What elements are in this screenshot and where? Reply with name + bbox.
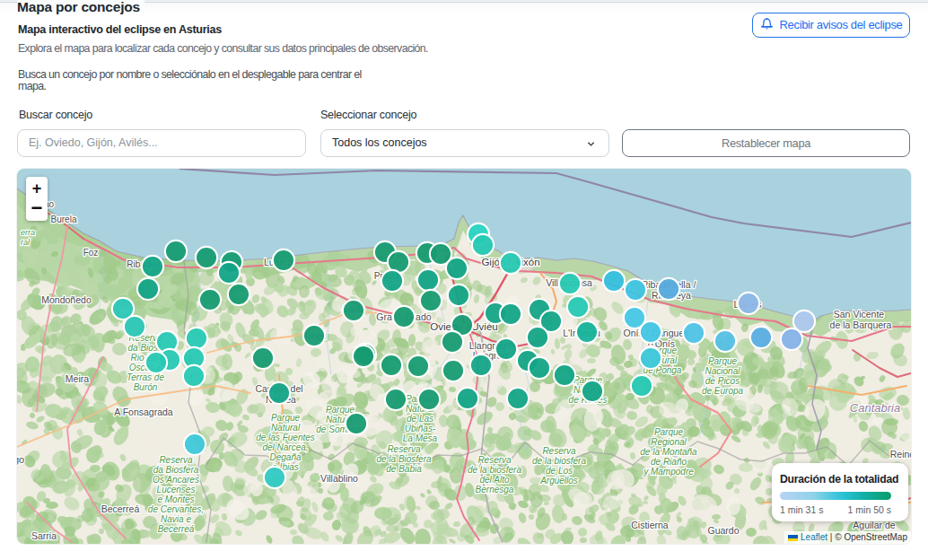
svg-text:de Europa: de Europa: [702, 386, 744, 396]
svg-text:Reserva: Reserva: [387, 444, 421, 454]
svg-text:Becerreá: Becerreá: [158, 524, 195, 534]
svg-text:Cantabria: Cantabria: [850, 401, 900, 415]
svg-text:de la biosfera: de la biosfera: [532, 456, 586, 466]
svg-text:Parque: Parque: [654, 427, 684, 437]
svg-text:Becerreá: Becerreá: [101, 503, 140, 514]
svg-text:Reinosa: Reinosa: [890, 449, 911, 459]
svg-text:de la biosfera: de la biosfera: [468, 465, 521, 475]
svg-text:de Riaño: de Riaño: [651, 457, 687, 467]
svg-text:y Mampodre: y Mampodre: [643, 467, 694, 477]
svg-text:Burela: Burela: [51, 214, 77, 224]
svg-text:de Babia: de Babia: [386, 464, 422, 474]
svg-text:Parque: Parque: [708, 356, 738, 366]
svg-text:de Picos: de Picos: [705, 376, 740, 386]
svg-text:Villablino: Villablino: [320, 473, 358, 484]
svg-text:de la Montaña: de la Montaña: [640, 447, 697, 457]
svg-text:Parque: Parque: [271, 413, 301, 423]
svg-text:de la Barquera: de la Barquera: [830, 319, 892, 330]
svg-text:Reserva: Reserva: [477, 455, 512, 465]
svg-text:da Biosfera: da Biosfera: [153, 465, 199, 475]
svg-text:Lucenses: Lucenses: [157, 485, 196, 494]
svg-text:erra: erra: [21, 228, 35, 237]
svg-text:de las Fuentes: de las Fuentes: [256, 433, 315, 442]
svg-text:Reserva: Reserva: [159, 455, 193, 465]
svg-text:Navia e: Navia e: [161, 514, 191, 524]
svg-text:ral: ral: [21, 238, 31, 247]
svg-text:Mondoñedo: Mondoñedo: [41, 294, 92, 305]
svg-text:de Las: de Las: [407, 414, 433, 424]
svg-text:Argüellos: Argüellos: [539, 476, 578, 486]
svg-text:Reserva: Reserva: [542, 446, 576, 456]
svg-text:Natural: Natural: [271, 423, 301, 433]
svg-text:Burón: Burón: [134, 382, 158, 392]
svg-text:de Cervantes,: de Cervantes,: [148, 504, 204, 514]
svg-text:go: go: [17, 454, 24, 465]
svg-text:Parque: Parque: [326, 405, 355, 415]
svg-text:e Montes: e Montes: [157, 494, 194, 504]
svg-text:Degaña: Degaña: [269, 452, 301, 462]
svg-text:Meira: Meira: [66, 373, 89, 384]
svg-text:Foz: Foz: [83, 248, 99, 258]
svg-text:Os Ancares: Os Ancares: [153, 475, 199, 485]
svg-text:de Los: de Los: [546, 466, 573, 476]
svg-text:La Mesa: La Mesa: [403, 433, 438, 443]
svg-text:Bernesga: Bernesga: [476, 485, 514, 494]
svg-text:Cistierna: Cistierna: [631, 520, 669, 530]
svg-text:Guardo: Guardo: [707, 525, 739, 536]
svg-text:de la Biosfera: de la Biosfera: [376, 454, 432, 464]
svg-text:Nacional: Nacional: [705, 366, 741, 376]
svg-text:Regional: Regional: [651, 437, 687, 447]
svg-text:Sarria: Sarria: [31, 530, 57, 541]
svg-text:Ubiñas-: Ubiñas-: [405, 424, 436, 433]
svg-text:del Alto: del Alto: [480, 475, 510, 485]
svg-text:A Fonsagrada: A Fonsagrada: [114, 407, 173, 417]
svg-text:del Narcea,: del Narcea,: [262, 442, 308, 452]
svg-text:San Vicente: San Vicente: [834, 309, 885, 319]
